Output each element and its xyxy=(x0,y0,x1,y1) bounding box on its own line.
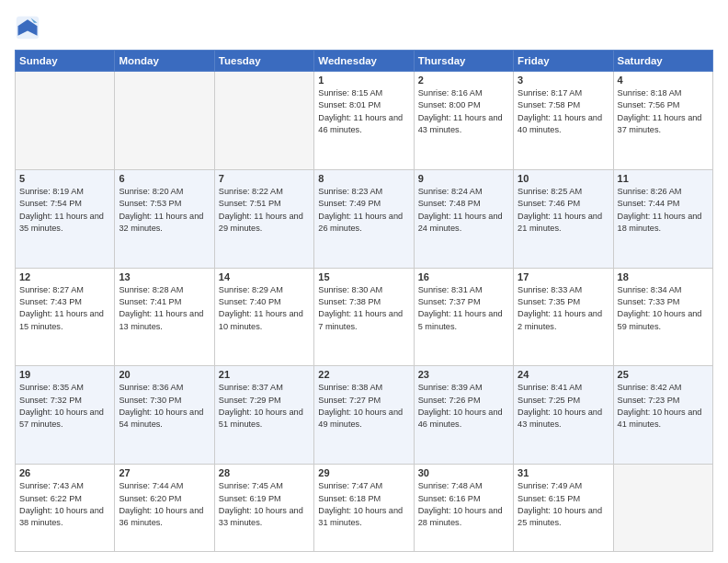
day-info: Sunrise: 8:24 AMSunset: 7:48 PMDaylight:… xyxy=(418,186,509,235)
day-number: 24 xyxy=(518,369,609,380)
day-info: Sunrise: 7:45 AMSunset: 6:19 PMDaylight:… xyxy=(219,480,310,529)
day-number: 12 xyxy=(19,271,110,282)
day-number: 22 xyxy=(318,369,409,380)
table-row: 31Sunrise: 7:49 AMSunset: 6:15 PMDayligh… xyxy=(514,465,613,552)
day-number: 7 xyxy=(219,173,310,184)
day-info: Sunrise: 8:36 AMSunset: 7:30 PMDaylight:… xyxy=(119,382,210,431)
day-number: 4 xyxy=(618,75,709,86)
header xyxy=(15,15,713,40)
table-row: 21Sunrise: 8:37 AMSunset: 7:29 PMDayligh… xyxy=(214,366,313,465)
table-row: 26Sunrise: 7:43 AMSunset: 6:22 PMDayligh… xyxy=(16,465,115,552)
col-tuesday: Tuesday xyxy=(214,51,313,72)
day-number: 16 xyxy=(418,271,509,282)
day-number: 9 xyxy=(418,173,509,184)
col-wednesday: Wednesday xyxy=(314,51,414,72)
day-number: 23 xyxy=(418,369,509,380)
day-info: Sunrise: 8:18 AMSunset: 7:56 PMDaylight:… xyxy=(618,87,709,136)
day-number: 11 xyxy=(618,173,709,184)
day-info: Sunrise: 7:43 AMSunset: 6:22 PMDaylight:… xyxy=(19,480,110,529)
day-number: 26 xyxy=(19,467,110,478)
day-info: Sunrise: 8:30 AMSunset: 7:38 PMDaylight:… xyxy=(318,284,409,333)
table-row: 18Sunrise: 8:34 AMSunset: 7:33 PMDayligh… xyxy=(613,268,712,366)
day-number: 25 xyxy=(618,369,709,380)
day-number: 1 xyxy=(318,75,409,86)
table-row: 20Sunrise: 8:36 AMSunset: 7:30 PMDayligh… xyxy=(115,366,214,465)
table-row: 5Sunrise: 8:19 AMSunset: 7:54 PMDaylight… xyxy=(16,169,115,268)
table-row: 15Sunrise: 8:30 AMSunset: 7:38 PMDayligh… xyxy=(314,268,414,366)
table-row: 14Sunrise: 8:29 AMSunset: 7:40 PMDayligh… xyxy=(214,268,313,366)
day-info: Sunrise: 8:31 AMSunset: 7:37 PMDaylight:… xyxy=(418,284,509,333)
day-number: 5 xyxy=(19,173,110,184)
table-row: 12Sunrise: 8:27 AMSunset: 7:43 PMDayligh… xyxy=(16,268,115,366)
day-number: 19 xyxy=(19,369,110,380)
table-row: 4Sunrise: 8:18 AMSunset: 7:56 PMDaylight… xyxy=(613,72,712,170)
table-row: 6Sunrise: 8:20 AMSunset: 7:53 PMDaylight… xyxy=(115,169,214,268)
table-row: 17Sunrise: 8:33 AMSunset: 7:35 PMDayligh… xyxy=(514,268,613,366)
col-saturday: Saturday xyxy=(613,51,712,72)
day-info: Sunrise: 8:15 AMSunset: 8:01 PMDaylight:… xyxy=(318,87,409,136)
calendar-header-row: Sunday Monday Tuesday Wednesday Thursday… xyxy=(16,51,713,72)
day-info: Sunrise: 8:28 AMSunset: 7:41 PMDaylight:… xyxy=(119,284,210,333)
table-row: 11Sunrise: 8:26 AMSunset: 7:44 PMDayligh… xyxy=(613,169,712,268)
table-row: 24Sunrise: 8:41 AMSunset: 7:25 PMDayligh… xyxy=(514,366,613,465)
day-info: Sunrise: 8:29 AMSunset: 7:40 PMDaylight:… xyxy=(219,284,310,333)
day-number: 17 xyxy=(518,271,609,282)
table-row: 8Sunrise: 8:23 AMSunset: 7:49 PMDaylight… xyxy=(314,169,414,268)
day-info: Sunrise: 8:39 AMSunset: 7:26 PMDaylight:… xyxy=(418,382,509,431)
day-info: Sunrise: 8:19 AMSunset: 7:54 PMDaylight:… xyxy=(19,186,110,235)
day-number: 3 xyxy=(518,75,609,86)
table-row xyxy=(214,72,313,170)
day-info: Sunrise: 8:17 AMSunset: 7:58 PMDaylight:… xyxy=(518,87,609,136)
col-friday: Friday xyxy=(514,51,613,72)
day-number: 30 xyxy=(418,467,509,478)
day-info: Sunrise: 8:42 AMSunset: 7:23 PMDaylight:… xyxy=(618,382,709,431)
day-number: 28 xyxy=(219,467,310,478)
day-number: 14 xyxy=(219,271,310,282)
table-row xyxy=(16,72,115,170)
table-row: 13Sunrise: 8:28 AMSunset: 7:41 PMDayligh… xyxy=(115,268,214,366)
table-row: 27Sunrise: 7:44 AMSunset: 6:20 PMDayligh… xyxy=(115,465,214,552)
col-thursday: Thursday xyxy=(414,51,513,72)
day-info: Sunrise: 8:16 AMSunset: 8:00 PMDaylight:… xyxy=(418,87,509,136)
table-row: 22Sunrise: 8:38 AMSunset: 7:27 PMDayligh… xyxy=(314,366,414,465)
day-info: Sunrise: 8:23 AMSunset: 7:49 PMDaylight:… xyxy=(318,186,409,235)
page: Sunday Monday Tuesday Wednesday Thursday… xyxy=(0,0,728,563)
day-number: 10 xyxy=(518,173,609,184)
day-info: Sunrise: 8:35 AMSunset: 7:32 PMDaylight:… xyxy=(19,382,110,431)
day-number: 6 xyxy=(119,173,210,184)
table-row: 29Sunrise: 7:47 AMSunset: 6:18 PMDayligh… xyxy=(314,465,414,552)
day-info: Sunrise: 8:20 AMSunset: 7:53 PMDaylight:… xyxy=(119,186,210,235)
day-number: 2 xyxy=(418,75,509,86)
day-info: Sunrise: 8:22 AMSunset: 7:51 PMDaylight:… xyxy=(219,186,310,235)
day-number: 29 xyxy=(318,467,409,478)
day-info: Sunrise: 7:44 AMSunset: 6:20 PMDaylight:… xyxy=(119,480,210,529)
day-info: Sunrise: 8:37 AMSunset: 7:29 PMDaylight:… xyxy=(219,382,310,431)
day-info: Sunrise: 8:41 AMSunset: 7:25 PMDaylight:… xyxy=(518,382,609,431)
day-info: Sunrise: 8:34 AMSunset: 7:33 PMDaylight:… xyxy=(618,284,709,333)
table-row: 2Sunrise: 8:16 AMSunset: 8:00 PMDaylight… xyxy=(414,72,513,170)
table-row: 16Sunrise: 8:31 AMSunset: 7:37 PMDayligh… xyxy=(414,268,513,366)
day-number: 18 xyxy=(618,271,709,282)
logo xyxy=(15,15,44,40)
table-row: 7Sunrise: 8:22 AMSunset: 7:51 PMDaylight… xyxy=(214,169,313,268)
day-info: Sunrise: 8:26 AMSunset: 7:44 PMDaylight:… xyxy=(618,186,709,235)
table-row: 25Sunrise: 8:42 AMSunset: 7:23 PMDayligh… xyxy=(613,366,712,465)
day-info: Sunrise: 8:25 AMSunset: 7:46 PMDaylight:… xyxy=(518,186,609,235)
table-row: 30Sunrise: 7:48 AMSunset: 6:16 PMDayligh… xyxy=(414,465,513,552)
day-number: 15 xyxy=(318,271,409,282)
table-row: 10Sunrise: 8:25 AMSunset: 7:46 PMDayligh… xyxy=(514,169,613,268)
day-number: 20 xyxy=(119,369,210,380)
day-number: 21 xyxy=(219,369,310,380)
day-number: 31 xyxy=(518,467,609,478)
day-info: Sunrise: 8:38 AMSunset: 7:27 PMDaylight:… xyxy=(318,382,409,431)
day-info: Sunrise: 7:49 AMSunset: 6:15 PMDaylight:… xyxy=(518,480,609,529)
logo-icon xyxy=(15,15,40,40)
col-sunday: Sunday xyxy=(16,51,115,72)
day-info: Sunrise: 8:33 AMSunset: 7:35 PMDaylight:… xyxy=(518,284,609,333)
day-number: 8 xyxy=(318,173,409,184)
table-row: 28Sunrise: 7:45 AMSunset: 6:19 PMDayligh… xyxy=(214,465,313,552)
table-row xyxy=(613,465,712,552)
col-monday: Monday xyxy=(115,51,214,72)
day-info: Sunrise: 7:47 AMSunset: 6:18 PMDaylight:… xyxy=(318,480,409,529)
table-row: 23Sunrise: 8:39 AMSunset: 7:26 PMDayligh… xyxy=(414,366,513,465)
